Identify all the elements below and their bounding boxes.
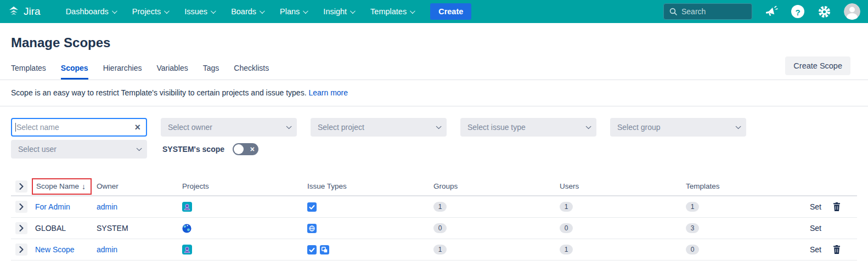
select-owner-dropdown[interactable]: Select owner xyxy=(161,118,297,137)
chevron-down-icon xyxy=(410,8,415,14)
select-issue-type-dropdown[interactable]: Select issue type xyxy=(460,118,596,137)
task-icon xyxy=(307,245,317,254)
brand-label: Jira xyxy=(24,5,41,18)
issue-types-cell xyxy=(307,202,433,212)
divider xyxy=(0,106,868,106)
header-templates[interactable]: Templates xyxy=(686,182,810,190)
select-name-input[interactable] xyxy=(16,123,134,132)
chevron-down-icon xyxy=(286,123,292,129)
users-count-badge: 1 xyxy=(560,245,573,254)
sort-descending-icon[interactable]: ↓ xyxy=(82,182,86,191)
create-button[interactable]: Create xyxy=(430,3,471,20)
owner-link[interactable]: admin xyxy=(97,245,117,254)
jira-logo[interactable]: Jira xyxy=(8,5,41,18)
projects-cell xyxy=(182,224,307,233)
projects-cell xyxy=(182,202,307,212)
jira-logo-icon xyxy=(8,5,20,18)
task-icon xyxy=(307,202,317,212)
select-project-dropdown[interactable]: Select project xyxy=(311,118,447,137)
set-link[interactable]: Set xyxy=(810,202,821,211)
globe-project-icon xyxy=(182,224,191,233)
chevron-down-icon xyxy=(736,123,741,129)
tab-variables[interactable]: Variables xyxy=(156,64,188,80)
chevron-down-icon xyxy=(436,123,442,129)
header-scope-name[interactable]: Scope Name xyxy=(36,182,79,190)
scopes-table: Scope Name ↓ Owner Projects Issue Types … xyxy=(11,177,857,261)
chevron-down-icon xyxy=(112,8,117,14)
set-link[interactable]: Set xyxy=(810,245,821,254)
settings-gear-icon[interactable] xyxy=(817,4,832,19)
navbar-right: ? xyxy=(663,3,860,20)
chevron-down-icon xyxy=(260,8,265,14)
filters-row-2: Select user SYSTEM's scope × xyxy=(11,140,857,159)
nav-item-boards[interactable]: Boards xyxy=(231,7,263,16)
nav-item-templates[interactable]: Templates xyxy=(370,7,414,16)
chevron-down-icon xyxy=(137,145,142,151)
nav-item-plans[interactable]: Plans xyxy=(280,7,307,16)
search-box[interactable] xyxy=(663,3,752,20)
tab-scopes[interactable]: Scopes xyxy=(61,64,88,80)
user-avatar[interactable] xyxy=(844,3,860,20)
expand-row-button[interactable] xyxy=(15,222,27,234)
table-row: For Admin admin 1 1 1 Set xyxy=(11,196,857,218)
templates-count-badge: 3 xyxy=(686,223,699,233)
system-scope-toggle[interactable]: × xyxy=(233,143,258,155)
groups-count-badge: 0 xyxy=(433,223,447,233)
select-user-dropdown[interactable]: Select user xyxy=(11,140,147,159)
text-cursor xyxy=(15,123,16,132)
select-group-dropdown[interactable]: Select group xyxy=(610,118,746,137)
expand-all-button[interactable] xyxy=(15,180,27,193)
tab-templates[interactable]: Templates xyxy=(11,64,46,80)
avatar-project-icon xyxy=(182,202,192,212)
tab-hierarchies[interactable]: Hierarchies xyxy=(103,64,142,80)
header-groups[interactable]: Groups xyxy=(433,182,560,190)
issue-types-cell xyxy=(307,224,433,233)
tabs-row: Templates Scopes Hierarchies Variables T… xyxy=(11,64,857,80)
owner-link: SYSTEM xyxy=(97,224,128,233)
expand-row-button[interactable] xyxy=(15,244,27,256)
header-users[interactable]: Users xyxy=(560,182,686,190)
groups-count-badge: 1 xyxy=(433,245,447,254)
scope-name-link[interactable]: New Scope xyxy=(35,245,75,254)
annotation-highlight-box: Scope Name ↓ xyxy=(32,178,92,195)
scope-name-link[interactable]: For Admin xyxy=(35,202,70,211)
help-icon[interactable]: ? xyxy=(791,4,805,19)
toggle-off-x-icon: × xyxy=(250,145,255,153)
search-icon xyxy=(669,8,677,15)
clear-name-icon[interactable]: × xyxy=(134,122,140,132)
chevron-down-icon xyxy=(164,8,170,14)
templates-count-badge: 1 xyxy=(686,202,699,212)
nav-item-dashboards[interactable]: Dashboards xyxy=(66,7,116,16)
header-owner[interactable]: Owner xyxy=(97,182,182,190)
nav-item-insight[interactable]: Insight xyxy=(323,7,354,16)
trash-icon[interactable] xyxy=(833,245,841,254)
projects-cell xyxy=(182,245,307,254)
tab-tags[interactable]: Tags xyxy=(203,64,219,80)
issue-types-cell xyxy=(307,245,433,254)
set-link[interactable]: Set xyxy=(810,224,821,233)
name-filter: × xyxy=(11,118,147,137)
chevron-down-icon xyxy=(303,8,308,14)
announcements-icon[interactable] xyxy=(764,5,779,18)
learn-more-link[interactable]: Learn more xyxy=(308,88,348,97)
table-row: GLOBAL SYSTEM 0 0 3 Set xyxy=(11,218,857,239)
search-input[interactable] xyxy=(681,7,746,16)
users-count-badge: 0 xyxy=(560,223,573,233)
top-navbar: Jira Dashboards Projects Issues Boards P… xyxy=(0,0,868,23)
avatar-project-icon xyxy=(182,245,192,254)
header-projects[interactable]: Projects xyxy=(182,182,307,190)
scope-name-link: GLOBAL xyxy=(35,224,66,233)
owner-link[interactable]: admin xyxy=(97,202,117,211)
expand-row-button[interactable] xyxy=(15,201,27,213)
header-issue-types[interactable]: Issue Types xyxy=(307,182,433,190)
users-count-badge: 1 xyxy=(560,202,573,212)
nav-item-issues[interactable]: Issues xyxy=(184,7,215,16)
nav-item-projects[interactable]: Projects xyxy=(132,7,168,16)
trash-icon[interactable] xyxy=(833,202,841,211)
tab-checklists[interactable]: Checklists xyxy=(234,64,269,80)
groups-count-badge: 1 xyxy=(433,202,447,212)
chevron-down-icon xyxy=(350,8,356,14)
templates-count-badge: 0 xyxy=(686,245,699,254)
toggle-knob xyxy=(234,144,244,154)
create-scope-button[interactable]: Create Scope xyxy=(785,56,850,75)
